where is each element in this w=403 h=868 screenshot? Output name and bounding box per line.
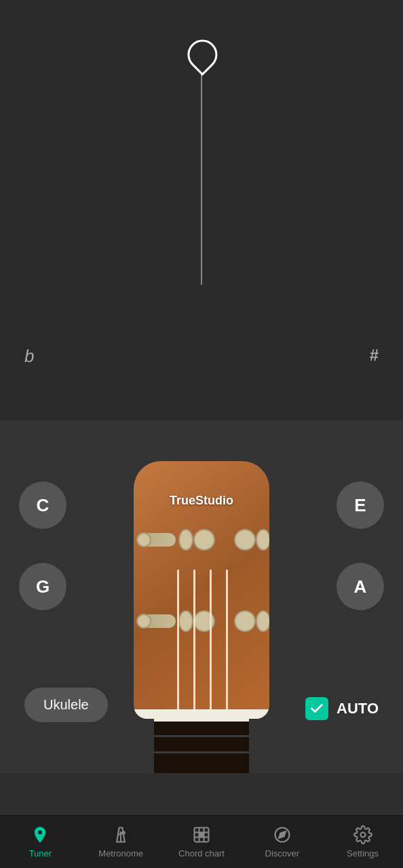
- svg-point-9: [199, 833, 204, 837]
- string-e-button[interactable]: E: [337, 481, 384, 529]
- auto-label: AUTO: [337, 700, 379, 717]
- headstock: TrueStudio: [120, 448, 283, 746]
- top-peg-row: [134, 529, 269, 551]
- nav-settings-label: Settings: [347, 848, 379, 859]
- nav-item-settings[interactable]: Settings: [322, 825, 403, 859]
- nav-item-chord-chart[interactable]: Chord chart: [161, 825, 242, 859]
- nav-chord-chart-label: Chord chart: [178, 848, 225, 859]
- nav-discover-label: Discover: [265, 848, 300, 859]
- string-2: [193, 570, 195, 719]
- string-4: [226, 570, 228, 719]
- needle-pin: [181, 33, 223, 75]
- bottom-peg-row: [134, 610, 269, 632]
- needle-container: [187, 41, 216, 285]
- nav-item-metronome[interactable]: Metronome: [81, 825, 161, 859]
- sharp-symbol: #: [370, 346, 379, 365]
- metronome-icon: [111, 825, 131, 845]
- bottom-nav: Tuner Metronome Chord chart: [0, 814, 403, 868]
- nav-tuner-label: Tuner: [29, 848, 52, 859]
- flat-symbol: b: [24, 346, 34, 367]
- svg-marker-11: [279, 831, 286, 838]
- string-a-button[interactable]: A: [337, 563, 384, 610]
- svg-point-12: [360, 832, 365, 837]
- auto-area: AUTO: [305, 697, 379, 720]
- needle-line: [201, 68, 202, 285]
- chord-icon: [191, 825, 212, 845]
- nav-item-tuner[interactable]: Tuner: [0, 825, 81, 859]
- auto-checkbox[interactable]: [305, 697, 328, 720]
- compass-icon: [272, 825, 292, 845]
- nav-item-discover[interactable]: Discover: [242, 825, 322, 859]
- instrument-selector-button[interactable]: Ukulele: [24, 688, 108, 722]
- string-c-button[interactable]: C: [19, 481, 66, 529]
- svg-point-3: [123, 831, 126, 834]
- string-g-button[interactable]: G: [19, 563, 66, 610]
- headstock-body: TrueStudio: [134, 461, 269, 719]
- brand-label: TrueStudio: [170, 494, 233, 508]
- instrument-area: C E G A TrueStudio: [0, 420, 403, 773]
- nut: [134, 709, 269, 719]
- tuner-area: b #: [0, 0, 403, 420]
- nav-metronome-label: Metronome: [98, 848, 143, 859]
- string-3: [210, 570, 212, 719]
- fretboard: [154, 719, 249, 773]
- location-pin-icon: [30, 825, 50, 845]
- settings-icon: [353, 825, 373, 845]
- string-1: [177, 570, 179, 719]
